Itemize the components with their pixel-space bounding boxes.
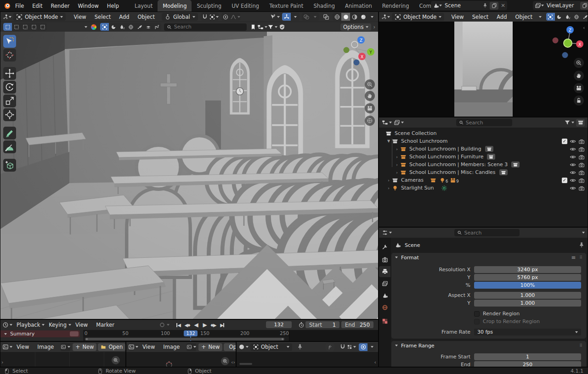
sheets-icon[interactable] — [144, 23, 153, 31]
tab-render[interactable] — [379, 254, 390, 265]
editor-type-button[interactable] — [128, 343, 138, 351]
select-mode-set[interactable] — [3, 23, 12, 31]
show-gizmo-toggle[interactable] — [282, 13, 291, 21]
format-panel-header[interactable]: Format ≡ ⠿ — [391, 253, 586, 262]
menu-help[interactable]: Help — [103, 3, 123, 9]
menu-add[interactable]: Add — [115, 14, 133, 20]
tab-output[interactable] — [379, 266, 390, 277]
expand-icon[interactable]: › — [385, 186, 392, 190]
current-frame-field[interactable]: 132 — [266, 321, 292, 328]
tool-measure[interactable] — [3, 140, 16, 153]
tab-sculpting[interactable]: Sculpting — [192, 0, 226, 11]
filter-dropdown[interactable] — [267, 23, 277, 31]
outliner-row-starlight-sun[interactable]: › Starlight Sun — [379, 184, 588, 192]
snap-settings-dropdown[interactable] — [209, 13, 219, 21]
outliner-display-mode-dropdown[interactable] — [382, 119, 392, 127]
scene-browse-icon[interactable] — [433, 2, 439, 9]
shading-rendered-button[interactable] — [359, 13, 368, 21]
zoom-button[interactable] — [112, 356, 120, 364]
editor-type-button[interactable] — [2, 13, 11, 21]
chevron-down-icon[interactable] — [541, 5, 544, 6]
outliner-row-scene-collection[interactable]: Scene Collection — [379, 129, 588, 137]
pin-icon[interactable] — [578, 242, 585, 248]
prev-keyframe-button[interactable]: ◀◆ — [183, 321, 192, 329]
editor-type-button[interactable] — [2, 321, 12, 329]
menu-image[interactable]: Image — [33, 344, 58, 350]
color-wheel-icon[interactable] — [90, 23, 97, 31]
image-editor-canvas[interactable] — [126, 352, 236, 367]
object-type-visibility-dropdown[interactable] — [270, 13, 280, 21]
aspect-x-field[interactable]: 1.000 — [474, 292, 581, 299]
object-square-icon[interactable] — [546, 13, 555, 21]
tab-modeling[interactable]: Modeling — [158, 0, 192, 11]
resolution-y-field[interactable]: 5760 px — [474, 274, 581, 281]
tab-scene[interactable] — [379, 290, 390, 301]
snap-toggle[interactable] — [338, 343, 347, 351]
transform-orientation-dropdown[interactable]: Global — [162, 13, 198, 21]
chevron-down-icon[interactable] — [439, 5, 442, 6]
frame-rate-dropdown[interactable]: 30 fps — [474, 329, 581, 335]
tab-texture[interactable] — [379, 316, 390, 327]
camera-view-button[interactable] — [574, 83, 584, 93]
image-datablock-dropdown[interactable] — [61, 343, 70, 351]
frame-end-field[interactable]: End250 — [341, 321, 373, 328]
jump-to-start-button[interactable]: ◀ — [174, 321, 183, 329]
pin-icon[interactable] — [297, 344, 303, 350]
camera-view-button[interactable] — [365, 103, 375, 113]
editor-type-button[interactable] — [2, 343, 12, 351]
new-collection-button[interactable] — [576, 119, 585, 127]
outliner-row-school-lunchroom[interactable]: ▼ School Lunchroom ✓ — [379, 137, 588, 145]
viewlayer-browse-icon[interactable] — [535, 2, 541, 9]
tab-world[interactable] — [379, 302, 390, 313]
tool-rotate[interactable] — [3, 81, 16, 94]
menu-object[interactable]: Object — [511, 14, 537, 20]
tab-rendering[interactable]: Rendering — [377, 0, 414, 11]
channel-scrollbar[interactable] — [70, 331, 79, 336]
render-visibility-icon[interactable] — [578, 185, 585, 191]
properties-search[interactable] — [454, 229, 520, 236]
menu-marker[interactable]: Marker — [92, 322, 119, 328]
hide-eye-icon[interactable] — [570, 162, 576, 168]
resolution-percent-slider[interactable]: 100% — [474, 282, 581, 289]
overlays-dropdown[interactable] — [311, 13, 319, 21]
camera-view-image[interactable] — [454, 22, 513, 117]
menu-image[interactable]: Image — [159, 344, 184, 350]
proportional-falloff-dropdown[interactable] — [230, 13, 240, 21]
menu-file[interactable]: File — [11, 3, 28, 9]
hide-eye-icon[interactable] — [570, 185, 576, 191]
render-visibility-icon[interactable] — [578, 162, 585, 168]
hierarchy-dropdown[interactable] — [257, 23, 267, 31]
snap-target-dropdown[interactable] — [347, 343, 356, 351]
droplet-icon[interactable] — [564, 13, 572, 21]
navigation-gizmo[interactable]: Z X — [549, 23, 588, 61]
pan-view-button[interactable] — [574, 71, 584, 81]
frame-range-panel-header[interactable]: Frame Range ⠿ — [391, 341, 586, 350]
shader-type-dropdown[interactable]: Object — [250, 343, 292, 351]
bookmark-icon[interactable] — [249, 23, 257, 31]
collapse-icon[interactable]: ▼ — [385, 139, 392, 143]
expand-icon[interactable]: › — [394, 147, 400, 151]
viewport-search[interactable] — [164, 23, 247, 31]
pie-shading-icon[interactable] — [555, 13, 564, 21]
scene-name[interactable]: Scene — [445, 2, 482, 9]
select-mode-intersect[interactable] — [38, 23, 47, 31]
brush-icon[interactable] — [581, 13, 588, 21]
menu-render[interactable]: Render — [47, 3, 74, 9]
viewport-3d-canvas[interactable] — [0, 32, 379, 319]
zoom-button[interactable] — [221, 357, 229, 365]
tool-transform[interactable] — [3, 108, 16, 121]
globe-icon[interactable] — [126, 23, 135, 31]
object-square-icon[interactable] — [100, 23, 109, 31]
playhead[interactable]: 132 — [184, 330, 198, 336]
gizmo-dropdown[interactable] — [291, 13, 300, 21]
region-resize-icon[interactable]: ‹› — [231, 359, 235, 365]
hide-eye-icon[interactable] — [570, 154, 576, 160]
tab-layout[interactable]: Layout — [130, 0, 158, 11]
tool-add-cube[interactable] — [3, 159, 16, 172]
tool-select-box[interactable] — [3, 35, 16, 48]
menu-object[interactable]: Object — [134, 14, 159, 20]
outliner-row-furniture[interactable]: › School Lunchroom | Furniture — [379, 153, 588, 161]
horizontal-scrollbar[interactable] — [239, 363, 252, 365]
tool-annotate[interactable] — [3, 127, 16, 140]
overlays-toggle[interactable] — [359, 343, 368, 351]
